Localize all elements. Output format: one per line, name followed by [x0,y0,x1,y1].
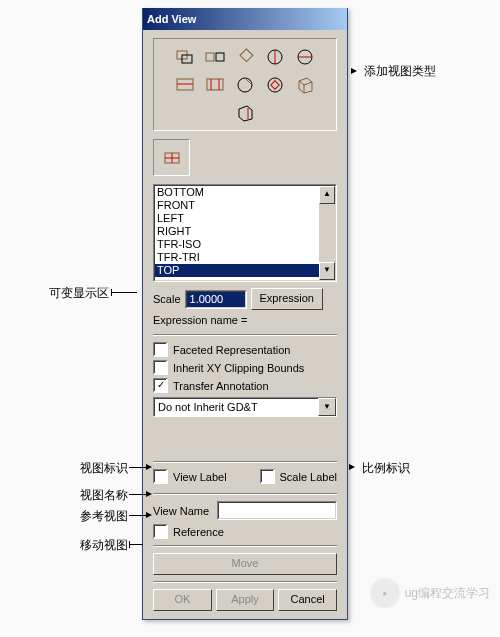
svg-rect-2 [206,53,214,61]
line [129,541,130,548]
view-type-icon-9[interactable] [262,72,289,97]
watermark-logo-icon: ● [371,579,399,607]
list-item[interactable]: FRONT [155,199,319,212]
svg-point-14 [238,78,252,92]
scale-label: Scale [153,293,181,305]
ann-vardisp: 可变显示区 [49,285,109,302]
svg-line-18 [304,82,312,85]
ann-scalelabel: 比例标识 [362,460,410,477]
scroll-down-icon[interactable]: ▼ [319,262,335,280]
scroll-up-icon[interactable]: ▲ [319,186,335,204]
clip-checkbox[interactable]: Inherit XY Clipping Bounds [153,360,337,375]
view-name-label: View Name [153,505,213,517]
list-item[interactable]: LEFT [155,212,319,225]
watermark-text: ug编程交流学习 [405,585,490,602]
add-view-dialog: Add View BOTTOM FRONT LEFT RIGHT [142,8,348,620]
view-type-icon-11[interactable] [232,100,259,125]
ann-viewtype: 添加视图类型 [364,63,436,80]
arrow-icon [351,68,357,74]
svg-rect-16 [270,81,278,89]
list-item[interactable]: TOP [155,264,319,277]
view-type-icon-10[interactable] [292,72,319,97]
import-view-icon[interactable] [159,145,186,170]
ann-viewname: 视图名称 [80,487,128,504]
cancel-button[interactable]: Cancel [278,589,337,611]
view-type-icon-8[interactable] [232,72,259,97]
ok-button[interactable]: OK [153,589,212,611]
chevron-down-icon[interactable]: ▼ [318,398,336,416]
expression-name-label: Expression name = [153,314,337,326]
list-item[interactable]: TFR-TRI [155,251,319,264]
scale-input[interactable]: 1.0000 [185,290,247,309]
line [111,292,137,293]
line [129,544,143,545]
xfer-label: Transfer Annotation [173,380,269,392]
combo-value: Do not Inherit GD&T [154,398,318,416]
ann-moveview: 移动视图 [80,537,128,554]
xfer-checkbox[interactable]: ✓Transfer Annotation [153,378,337,393]
line [129,494,147,495]
line [129,515,147,516]
svg-rect-3 [216,53,224,61]
list-item[interactable]: BOTTOM [155,186,319,199]
view-type-icon-5[interactable] [292,44,319,69]
ann-refview: 参考视图 [80,508,128,525]
view-list-wrap: BOTTOM FRONT LEFT RIGHT TFR-ISO TFR-TRI … [153,184,337,282]
scrollbar[interactable]: ▲ ▼ [319,186,335,280]
move-button[interactable]: Move [153,553,337,575]
reference-checkbox[interactable]: Reference [153,524,337,539]
apply-button[interactable]: Apply [216,589,275,611]
scale-label-checkbox[interactable]: Scale Label [260,469,338,484]
line [129,467,147,468]
view-label-text: View Label [173,471,227,483]
svg-rect-4 [240,49,253,62]
gdt-combo[interactable]: Do not Inherit GD&T ▼ [153,397,337,417]
svg-line-17 [299,81,304,85]
list-item[interactable]: RIGHT [155,225,319,238]
view-type-icon-2[interactable] [202,44,229,69]
view-label-checkbox[interactable]: View Label [153,469,227,484]
clip-label: Inherit XY Clipping Bounds [173,362,304,374]
import-view-toolbar [153,139,190,176]
view-name-input[interactable] [217,501,337,520]
view-list[interactable]: BOTTOM FRONT LEFT RIGHT TFR-ISO TFR-TRI … [154,185,336,281]
view-type-icon-3[interactable] [232,44,259,69]
ann-viewlabel: 视图标识 [80,460,128,477]
reference-label: Reference [173,526,224,538]
view-type-icon-6[interactable] [172,72,199,97]
arrow-icon [146,512,152,518]
title-bar[interactable]: Add View [143,8,347,30]
title-text: Add View [147,13,196,25]
arrow-icon [146,464,152,470]
svg-rect-11 [207,79,223,90]
view-type-icon-4[interactable] [262,44,289,69]
view-type-icon-7[interactable] [202,72,229,97]
line [111,289,112,296]
arrow-icon [349,464,355,470]
arrow-icon [146,491,152,497]
view-type-icon-1[interactable] [172,44,199,69]
expression-button[interactable]: Expression [251,288,323,310]
watermark: ● ug编程交流学习 [371,579,490,607]
list-item[interactable]: TFR-ISO [155,238,319,251]
faceted-label: Faceted Representation [173,344,290,356]
faceted-checkbox[interactable]: Faceted Representation [153,342,337,357]
scale-label-text: Scale Label [280,471,338,483]
view-type-toolbar [153,38,337,131]
